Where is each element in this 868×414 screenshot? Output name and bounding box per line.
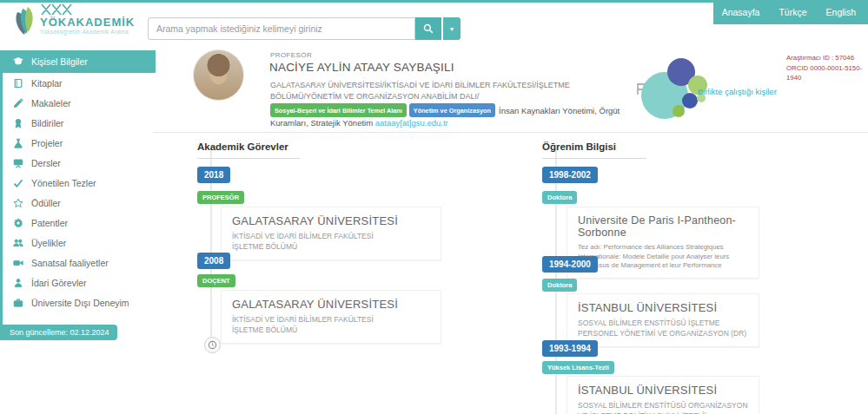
star-icon: [12, 197, 23, 208]
sidebar-item-bildiriler[interactable]: Bildiriler: [3, 113, 156, 133]
search-button[interactable]: [415, 17, 441, 40]
flask-icon: [12, 137, 23, 148]
profile-title: PROFESÖR: [270, 51, 312, 59]
role-badge: DOÇENT: [197, 274, 235, 287]
sidebar-item-kitaplar[interactable]: Kitaplar: [3, 73, 156, 93]
check-icon: [12, 177, 23, 188]
education-card: İSTANBUL ÜNİVERSİTESİ SOSYAL BİLİMLER EN…: [567, 376, 759, 414]
program-detail: SOSYAL BİLİMLER ENSTİTÜSÜ ORGANİZASYON V…: [578, 401, 748, 414]
person-icon: [12, 277, 23, 288]
academic-title: Akademik Görevler: [197, 141, 300, 159]
nav-turkce[interactable]: Türkçe: [779, 7, 806, 17]
sidebar-item-label: İdari Görevler: [31, 278, 87, 288]
researcher-ids: Araştırmacı ID : 57046 ORCID 0000-0001-5…: [786, 53, 868, 83]
nav-english[interactable]: English: [826, 7, 856, 17]
sidebar-item-yonetilen-tezler[interactable]: Yönetilen Tezler: [3, 173, 156, 193]
magnifier-icon: [423, 23, 434, 34]
email-link[interactable]: aataay[at]gsu.edu.tr: [375, 118, 448, 128]
chalkboard-icon: [12, 157, 23, 168]
year-badge: 2018: [197, 167, 230, 183]
last-update-badge: Son güncelleme: 02.12.2024: [3, 325, 117, 340]
sidebar-item-dersler[interactable]: Dersler: [3, 153, 156, 173]
thesis-detail: Tez adı: Performance des Alliances Strat…: [578, 243, 748, 271]
academic-card: GALATASARAY ÜNİVERSİTESİ İKTİSADİ VE İDA…: [221, 207, 441, 260]
sidebar-item-label: Ödüller: [31, 198, 61, 208]
logo[interactable]: YÖKAKADEMİK Yükseköğretim Akademik Arama: [14, 3, 135, 40]
education-card: İSTANBUL ÜNİVERSİTESİ SOSYAL BİLİMLER EN…: [567, 293, 759, 347]
education-title: Öğrenim Bilgisi: [542, 141, 646, 159]
sidebar-item-label: Dersler: [31, 158, 61, 168]
sidebar-item-projeler[interactable]: Projeler: [3, 133, 156, 153]
year-badge: 2008: [197, 253, 230, 269]
sidebar-item-label: Projeler: [31, 138, 63, 148]
researcher-id: Araştırmacı ID : 57046: [786, 53, 868, 63]
area-tag: Yönetim ve Organizasyon: [409, 103, 495, 117]
sidebar-item-patentler[interactable]: Patentler: [3, 213, 156, 233]
profile-photo: [193, 49, 244, 101]
program-detail: SOSYAL BİLİMLER ENSTİTÜSÜ İŞLETME PERSON…: [578, 319, 748, 339]
org-name: GALATASARAY ÜNİVERSİTESİ: [232, 298, 430, 311]
top-nav: Anasayfa Türkçe English: [713, 0, 868, 24]
field-tag: Sosyal-Beşeri ve İdari Bilimler Temel Al…: [270, 103, 407, 117]
logo-hatch-mark: [40, 3, 87, 16]
seal-icon: [12, 117, 23, 128]
sidebar-item-makaleler[interactable]: Makaleler: [3, 93, 156, 113]
academic-card: GALATASARAY ÜNİVERSİTESİ İKTİSADİ VE İDA…: [221, 290, 441, 344]
sidebar-item-label: Üyelikler: [31, 238, 66, 248]
sidebar-item-label: Yönetilen Tezler: [31, 178, 96, 188]
sidebar-item-label: Sanatsal faaliyetler: [31, 258, 109, 268]
org-dept: İKTİSADİ VE İDARİ BİLİMLER FAKÜLTESİ İŞL…: [232, 315, 397, 336]
logo-subtitle: Yükseköğretim Akademik Arama: [40, 30, 135, 36]
profile-affiliation: GALATASARAY ÜNİVERSİTESİ/İKTİSADİ VE İDA…: [270, 80, 642, 102]
orcid: ORCID 0000-0001-5150-1940: [786, 63, 868, 83]
gear-icon: [12, 217, 23, 228]
sidebar-item-label: Patentler: [31, 218, 68, 228]
search-options-button[interactable]: ▾: [443, 17, 461, 40]
sidebar: Kişisel Bilgiler Kitaplar Makaleler Bild…: [0, 50, 156, 340]
sidebar-item-label: Üniversite Dışı Deneyim: [31, 298, 129, 308]
briefcase-icon: [12, 297, 23, 308]
search-bar: ▾: [148, 17, 461, 40]
degree-badge: Yüksek Lisans-Tezli: [542, 361, 614, 374]
sidebar-item-universite-disi-deneyim[interactable]: Üniversite Dışı Deneyim: [3, 292, 156, 312]
sidebar-item-kisisel-bilgiler[interactable]: Kişisel Bilgiler: [3, 50, 156, 73]
school-name: İSTANBUL ÜNİVERSİTESİ: [578, 384, 748, 397]
school-name: Universite De Paris I-Pantheon-Sorbonne: [578, 214, 748, 239]
years-badge: 1998-2002: [542, 167, 598, 183]
search-input[interactable]: [148, 17, 415, 40]
years-badge: 1993-1994: [542, 340, 598, 357]
sidebar-item-label: Kişisel Bilgiler: [31, 56, 88, 67]
org-dept: İKTİSADİ VE İDARİ BİLİMLER FAKÜLTESİ İŞL…: [232, 232, 397, 253]
users-icon: [12, 237, 23, 248]
content-divider: [153, 132, 868, 133]
nav-anasayfa[interactable]: Anasayfa: [722, 7, 760, 17]
sidebar-item-uyelikler[interactable]: Üyelikler: [3, 233, 156, 253]
profile-tags: Sosyal-Beşeri ve İdari Bilimler Temel Al…: [270, 103, 635, 130]
org-name: GALATASARAY ÜNİVERSİTESİ: [232, 214, 430, 227]
book-icon: [12, 77, 23, 89]
sidebar-item-idari-gorevler[interactable]: İdari Görevler: [3, 273, 156, 292]
video-camera-icon: [12, 257, 23, 268]
sidebar-item-sanatsal-faaliyetler[interactable]: Sanatsal faaliyetler: [3, 253, 156, 273]
profile-name: NACİYE AYLİN ATAAY SAYBAŞILI: [269, 61, 454, 74]
years-badge: 1994-2000: [542, 256, 598, 273]
logo-leaf-icon: [14, 3, 36, 40]
degree-badge: Doktora: [542, 191, 577, 204]
sidebar-item-oduller[interactable]: Ödüller: [3, 193, 156, 213]
chevron-down-icon: ▾: [450, 25, 454, 33]
school-name: İSTANBUL ÜNİVERSİTESİ: [578, 301, 748, 314]
pencil-icon: [12, 97, 23, 108]
collaborators-link[interactable]: Birlikte çalıştığı kişiler: [698, 87, 777, 96]
timeline-expand-button[interactable]: [204, 337, 221, 353]
sidebar-item-label: Bildiriler: [31, 118, 63, 128]
graduation-cap-icon: [12, 56, 23, 68]
sidebar-item-label: Makaleler: [31, 98, 71, 108]
role-badge: PROFESÖR: [197, 191, 244, 204]
degree-badge: Doktora: [542, 279, 577, 292]
logo-title: YÖKAKADEMİK: [40, 16, 135, 28]
sidebar-item-label: Kitaplar: [31, 78, 63, 89]
